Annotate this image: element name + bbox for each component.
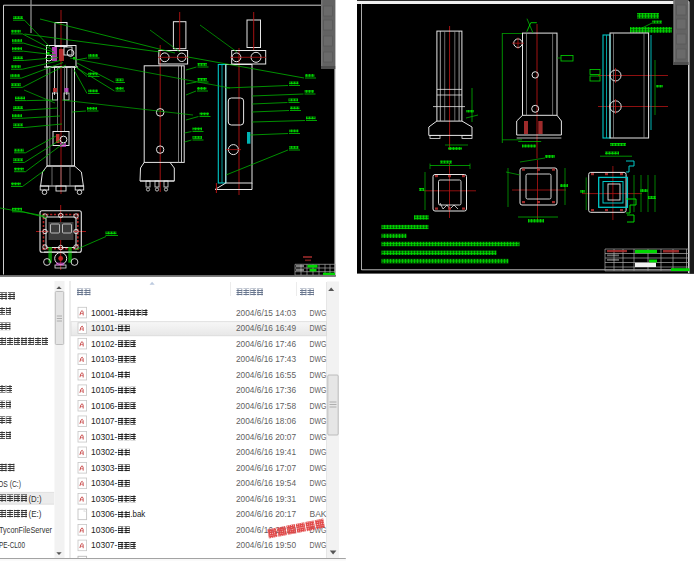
svg-text:2004/6/16 17:43: 2004/6/16 17:43 [236, 354, 296, 364]
svg-text:DWG: DWG [310, 323, 327, 333]
svg-text:10103-: 10103- [91, 354, 118, 364]
svg-text:2004/6/16 19:54: 2004/6/16 19:54 [236, 478, 296, 488]
svg-text:2004/6/16 20:07: 2004/6/16 20:07 [236, 432, 296, 442]
svg-text:10106-: 10106- [91, 401, 118, 411]
svg-text:2004/6/16 17:36: 2004/6/16 17:36 [236, 385, 296, 395]
svg-text:DWG: DWG [310, 447, 327, 457]
svg-text:DWG: DWG [310, 308, 327, 318]
svg-text:2004/6/16 17:46: 2004/6/16 17:46 [236, 339, 296, 349]
svg-text:10101-: 10101- [91, 323, 118, 333]
svg-text:DWG: DWG [310, 385, 327, 395]
svg-text:10304-: 10304- [91, 478, 118, 488]
svg-text:10303-: 10303- [91, 463, 118, 473]
svg-text:TyconFileServer: TyconFileServer [0, 526, 52, 535]
svg-text:10107-: 10107- [91, 416, 118, 426]
svg-text:10302-: 10302- [91, 447, 118, 457]
svg-text:2004/6/16 19:31: 2004/6/16 19:31 [236, 494, 296, 504]
svg-text:2004/6/15 14:03: 2004/6/15 14:03 [236, 308, 296, 318]
svg-text:(E:): (E:) [29, 510, 42, 519]
svg-text:2004/6/16 18:06: 2004/6/16 18:06 [236, 416, 296, 426]
svg-text:.bak: .bak [130, 509, 146, 519]
svg-text:DWG: DWG [310, 478, 327, 488]
svg-text:10306-: 10306- [91, 509, 118, 519]
svg-text:DWG: DWG [310, 540, 327, 550]
svg-text:PE-CL00: PE-CL00 [0, 541, 25, 550]
svg-text:10305-: 10305- [91, 494, 118, 504]
svg-text:10104-: 10104- [91, 370, 118, 380]
svg-text:2004/6/16 20:17: 2004/6/16 20:17 [236, 509, 296, 519]
svg-text:DWG: DWG [310, 339, 327, 349]
svg-text:10105-: 10105- [91, 385, 118, 395]
svg-text:2004/6/16 17:58: 2004/6/16 17:58 [236, 401, 296, 411]
svg-text:DWG: DWG [310, 463, 327, 473]
svg-text:OS (C:): OS (C:) [0, 480, 21, 489]
svg-text:10306-: 10306- [91, 525, 118, 535]
svg-text:DWG: DWG [310, 432, 327, 442]
svg-text:10307-: 10307- [91, 540, 118, 550]
svg-text:10001-: 10001- [91, 308, 118, 318]
svg-text:DWG: DWG [310, 354, 327, 364]
svg-text:(D:): (D:) [29, 495, 42, 504]
svg-text:DWG: DWG [310, 401, 327, 411]
svg-text:DWG: DWG [310, 416, 327, 426]
svg-text:2004/6/16 19:41: 2004/6/16 19:41 [236, 447, 296, 457]
svg-text:2004/6/16 19:50: 2004/6/16 19:50 [236, 540, 296, 550]
svg-text:DWG: DWG [310, 494, 327, 504]
svg-text:DWG: DWG [310, 370, 327, 380]
svg-text:2004/6/16 16:49: 2004/6/16 16:49 [236, 323, 296, 333]
svg-text:2004/6/16 16:55: 2004/6/16 16:55 [236, 370, 296, 380]
svg-text:2004/6/16 17:07: 2004/6/16 17:07 [236, 463, 296, 473]
svg-text:10301-: 10301- [91, 432, 118, 442]
svg-text:BAK: BAK [310, 509, 327, 519]
svg-text:10102-: 10102- [91, 339, 118, 349]
